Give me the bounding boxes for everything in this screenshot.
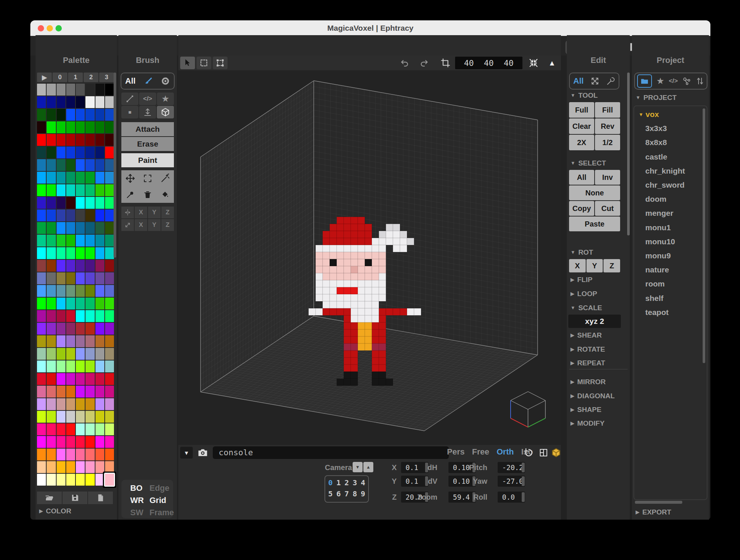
palette-swatch[interactable] — [95, 96, 104, 108]
palette-swatch[interactable] — [76, 96, 85, 108]
palette-swatch[interactable] — [57, 272, 65, 284]
viewport-undo-button[interactable] — [397, 57, 413, 69]
project-folder-tab[interactable] — [637, 74, 652, 88]
palette-swatch[interactable] — [95, 84, 104, 95]
palette-swatch[interactable] — [85, 235, 94, 247]
color-picker-button[interactable] — [121, 187, 139, 203]
palette-swatch[interactable] — [76, 109, 85, 121]
edit-section-select[interactable]: ▼SELECT — [571, 159, 606, 167]
palette-swatch[interactable] — [47, 361, 56, 372]
palette-swatch[interactable] — [76, 323, 85, 335]
palette-swatch[interactable] — [105, 222, 114, 234]
palette-swatch[interactable] — [105, 121, 114, 133]
palette-swatch[interactable] — [105, 235, 114, 247]
palette-swatch[interactable] — [66, 147, 75, 158]
edit-all-button[interactable]: All — [573, 76, 583, 86]
palette-swatch[interactable] — [57, 436, 65, 448]
palette-swatch[interactable] — [66, 222, 75, 234]
palette-swatch[interactable] — [47, 335, 56, 347]
palette-swatch[interactable] — [57, 96, 65, 108]
palette-swatch[interactable] — [85, 361, 94, 372]
palette-swatch[interactable] — [37, 461, 46, 473]
palette-swatch[interactable] — [57, 121, 65, 133]
palette-swatch[interactable] — [66, 423, 75, 435]
edit-button-fill[interactable]: Fill — [595, 102, 620, 118]
palette-swatch[interactable] — [105, 423, 114, 435]
voxel-tool-button[interactable]: ■ — [121, 106, 138, 118]
palette-swatch[interactable] — [47, 260, 56, 272]
edit-button-inv[interactable]: Inv — [595, 170, 620, 185]
palette-swatch[interactable] — [85, 285, 94, 297]
palette-swatch[interactable] — [57, 423, 65, 435]
palette-swatch[interactable] — [66, 235, 75, 247]
camera-slot-3[interactable]: 3 — [353, 478, 357, 487]
palette-new-button[interactable] — [88, 492, 113, 504]
palette-swatch[interactable] — [57, 260, 65, 272]
edit-section-flip[interactable]: ▶FLIP — [571, 276, 592, 284]
mirror-y-button[interactable]: Y — [148, 207, 161, 218]
palette-swatch[interactable] — [105, 335, 114, 347]
palette-swatch[interactable] — [105, 436, 114, 448]
palette-swatch[interactable] — [105, 260, 114, 272]
edit-section-rotate[interactable]: ▶ROTATE — [571, 345, 605, 353]
palette-swatch[interactable] — [105, 109, 114, 121]
palette-swatch[interactable] — [66, 184, 75, 196]
palette-swatch[interactable] — [57, 285, 65, 297]
palette-swatch[interactable] — [76, 348, 85, 360]
palette-swatch[interactable] — [66, 373, 75, 385]
project-scrollbar[interactable] — [703, 108, 705, 363]
camera-slot-2[interactable]: 2 — [344, 478, 349, 487]
scale-x-button[interactable]: X — [135, 219, 147, 231]
palette-open-button[interactable] — [37, 492, 62, 504]
expand-icon[interactable] — [591, 77, 599, 85]
palette-swatch[interactable] — [37, 348, 46, 360]
palette-swatch[interactable] — [66, 134, 75, 146]
palette-swatch[interactable] — [47, 147, 56, 158]
palette-swatch[interactable] — [95, 235, 104, 247]
palette-swatch[interactable] — [95, 335, 104, 347]
edit-button-paste[interactable]: Paste — [569, 217, 620, 231]
palette-swatch[interactable] — [105, 398, 114, 410]
toggle-wr[interactable]: WR — [130, 496, 144, 505]
palette-swatch[interactable] — [37, 134, 46, 146]
project-item-shelf[interactable]: shelf — [645, 294, 663, 303]
palette-swatch[interactable] — [66, 449, 75, 460]
palette-swatch[interactable] — [66, 298, 75, 309]
palette-swatch[interactable] — [57, 84, 65, 95]
palette-swatch[interactable] — [95, 373, 104, 385]
palette-swatch[interactable] — [85, 109, 94, 121]
edit-button-all[interactable]: All — [569, 170, 594, 185]
edit-section-diagonal[interactable]: ▶DIAGONAL — [571, 392, 615, 400]
palette-swatch[interactable] — [37, 159, 46, 171]
palette-swatch[interactable] — [85, 222, 94, 234]
palette-swatch[interactable] — [57, 197, 65, 209]
palette-swatch[interactable] — [85, 159, 94, 171]
palette-swatch[interactable] — [95, 159, 104, 171]
palette-swatch[interactable] — [95, 134, 104, 146]
palette-swatch[interactable] — [57, 398, 65, 410]
palette-swatch[interactable] — [57, 474, 65, 486]
mirror-z-button[interactable]: Z — [161, 207, 174, 218]
palette-swatch[interactable] — [47, 423, 56, 435]
camera-next-button[interactable]: ▲ — [363, 462, 373, 472]
star-icon[interactable]: ★ — [656, 76, 665, 86]
pull-tool-button[interactable] — [139, 106, 156, 118]
palette-swatch[interactable] — [57, 184, 65, 196]
magic-wand-button[interactable] — [157, 170, 174, 187]
project-item-nature[interactable]: nature — [645, 265, 669, 274]
palette-swatch[interactable] — [57, 134, 65, 146]
palette-swatch[interactable] — [37, 260, 46, 272]
palette-swatch[interactable] — [37, 310, 46, 322]
palette-swatch[interactable] — [105, 461, 114, 473]
palette-swatch[interactable] — [47, 386, 56, 398]
palette-swatch[interactable] — [76, 247, 85, 259]
palette-swatch[interactable] — [95, 260, 104, 272]
palette-swatch[interactable] — [37, 449, 46, 460]
palette-swatch[interactable] — [95, 247, 104, 259]
project-item-3x3x3[interactable]: 3x3x3 — [645, 124, 667, 133]
palette-swatch[interactable] — [47, 209, 56, 221]
toggle-edge[interactable]: Edge — [149, 483, 169, 493]
palette-swatch-selected[interactable] — [105, 474, 114, 486]
edit-section-modify[interactable]: ▶MODIFY — [571, 419, 605, 427]
palette-swatch[interactable] — [85, 260, 94, 272]
